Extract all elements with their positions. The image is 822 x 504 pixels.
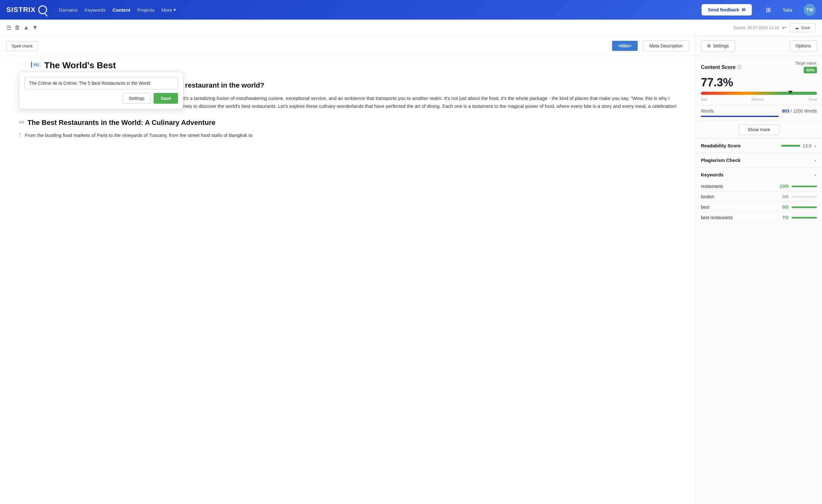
words-row: Words 803 / 1200 Words — [701, 108, 817, 114]
show-more-row: Show more — [696, 121, 822, 138]
words-separator: / — [791, 108, 792, 113]
trash-icon[interactable]: 🗑 — [15, 24, 20, 31]
sidebar: ⚙ Settings Options Content Score ⓘ Targe… — [696, 36, 822, 504]
keyword-count: 23/8 — [780, 184, 789, 189]
words-unit: Words — [804, 108, 817, 113]
up-icon[interactable]: ▲ — [23, 24, 29, 31]
grid-icon[interactable]: ⊞ — [766, 6, 771, 14]
score-bar — [701, 92, 817, 95]
popup-settings-button[interactable]: Settings — [123, 93, 151, 104]
readability-section[interactable]: Readability Score 13.9 — [696, 138, 822, 153]
nav-more[interactable]: More ▾ — [161, 7, 176, 13]
score-indicator — [788, 91, 793, 94]
readability-title: Readability Score — [701, 143, 741, 148]
chevron-down-icon: ▾ — [173, 7, 176, 13]
plagiarism-title: Plagiarism Check — [701, 157, 740, 163]
nav-domains[interactable]: Domains — [59, 7, 78, 13]
main-layout: Spell check <title> Meta Description ⋮⋮ … — [0, 36, 822, 504]
keyword-name: restaurants — [701, 184, 777, 189]
content-score-section: Content Score ⓘ Target value: 40% 77.3% … — [696, 56, 822, 105]
score-header: Content Score ⓘ Target value: 40% — [701, 61, 817, 73]
logo[interactable]: SISTRIX — [6, 5, 47, 14]
keywords-section: Keywords restaurants23/8london0/6best9/5… — [696, 167, 822, 227]
drag-handle[interactable]: ⋮⋮ — [19, 62, 28, 67]
keywords-header[interactable]: Keywords — [701, 172, 817, 177]
words-value: 803 / 1200 Words — [782, 108, 817, 113]
words-section: Words 803 / 1200 Words — [696, 105, 822, 121]
feedback-label: Send feedback — [708, 7, 739, 12]
para2-row: ¶ From the bustling food markets of Pari… — [19, 131, 677, 139]
h2-best-text[interactable]: The Best Restaurants in the World: A Cul… — [27, 118, 216, 127]
logo-search-icon — [38, 5, 47, 14]
para2-text[interactable]: From the bustling food markets of Paris … — [25, 131, 253, 139]
meta-description-button[interactable]: Meta Description — [643, 40, 689, 51]
cloud-icon: ☁ — [795, 25, 799, 30]
h1-text[interactable]: The World's Best — [44, 59, 116, 71]
username-label[interactable]: Talia — [783, 7, 792, 13]
mail-icon: ✉ — [742, 7, 746, 12]
sidebar-options-button[interactable]: Options — [790, 40, 817, 51]
h1-row: ⋮⋮ H1 The World's Best — [19, 59, 677, 71]
title-popup: Settings Save — [19, 72, 183, 109]
target-label: Target value: — [795, 61, 817, 65]
title-tag-button[interactable]: <title> — [612, 41, 638, 51]
plagiarism-chevron-icon[interactable] — [814, 158, 817, 163]
title-input[interactable] — [24, 77, 178, 89]
undo-icon[interactable]: ↩ — [782, 25, 786, 31]
h1-badge: H1 — [31, 62, 41, 68]
sidebar-settings-button[interactable]: ⚙ Settings — [701, 40, 735, 51]
h2-best-row: H2 The Best Restaurants in the World: A … — [19, 118, 677, 127]
readability-right: 13.9 — [781, 143, 817, 148]
navbar: SISTRIX Domains Keywords Content Project… — [0, 0, 822, 20]
keywords-chevron-icon[interactable] — [814, 172, 817, 177]
info-icon[interactable]: ⓘ — [737, 64, 741, 70]
logo-text: SISTRIX — [6, 6, 36, 14]
words-label: Words — [701, 108, 714, 113]
keyword-name: best restaurants — [701, 215, 779, 220]
good-label: Good — [808, 97, 817, 101]
show-more-button[interactable]: Show more — [739, 124, 779, 135]
nav-content[interactable]: Content — [112, 7, 130, 13]
keywords-title: Keywords — [701, 172, 724, 177]
readability-score: 13.9 — [803, 143, 811, 148]
h2-badge-best: H2 — [19, 120, 24, 124]
target-value: 40% — [804, 67, 817, 73]
editor-content: ⋮⋮ H1 The World's Best Settings Save H2 … — [0, 56, 696, 150]
down-icon[interactable]: ▼ — [32, 24, 38, 31]
keyword-bar — [792, 217, 817, 218]
keyword-name: best — [701, 204, 779, 209]
keyword-row: restaurants23/8 — [701, 181, 817, 191]
score-bar-background — [701, 92, 817, 95]
keyword-bar — [792, 185, 817, 187]
list-icon[interactable]: ☰ — [6, 24, 11, 31]
content-score-title: Content Score ⓘ — [701, 64, 741, 70]
keyword-row: london0/6 — [701, 191, 817, 202]
gear-icon: ⚙ — [707, 43, 711, 48]
keyword-bar — [792, 206, 817, 208]
avatar[interactable]: TW — [804, 4, 816, 16]
keyword-count: 0/6 — [783, 194, 789, 199]
spell-check-button[interactable]: Spell check — [6, 41, 38, 51]
popup-actions: Settings Save — [24, 93, 178, 104]
saved-timestamp: Saved: 26.07.2023 11:22 — [733, 25, 779, 30]
nav-projects[interactable]: Projects — [137, 7, 154, 13]
keyword-row: best9/5 — [701, 202, 817, 212]
score-value: 77.3% — [701, 76, 817, 89]
readability-chevron-icon[interactable] — [814, 143, 817, 148]
save-button[interactable]: ☁ Save — [789, 23, 816, 32]
keyword-count: 9/5 — [783, 204, 789, 209]
plagiarism-section[interactable]: Plagiarism Check — [696, 153, 822, 167]
popup-save-button[interactable]: Save — [154, 93, 178, 104]
keywords-list: restaurants23/8london0/6best9/5best rest… — [701, 181, 817, 223]
spell-bar: Spell check <title> Meta Description — [0, 36, 696, 56]
readability-bar — [781, 145, 800, 147]
keyword-count: 7/2 — [783, 215, 789, 220]
nav-links: Domains Keywords Content Projects More ▾ — [59, 7, 176, 13]
bad-label: Bad — [701, 97, 707, 101]
feedback-button[interactable]: Send feedback ✉ — [702, 4, 752, 15]
keyword-row: best restaurants7/2 — [701, 212, 817, 223]
nav-keywords[interactable]: Keywords — [85, 7, 106, 13]
keyword-name: london — [701, 194, 779, 199]
editor-area[interactable]: Spell check <title> Meta Description ⋮⋮ … — [0, 36, 696, 504]
score-labels: Bad Medium Good — [701, 97, 817, 101]
